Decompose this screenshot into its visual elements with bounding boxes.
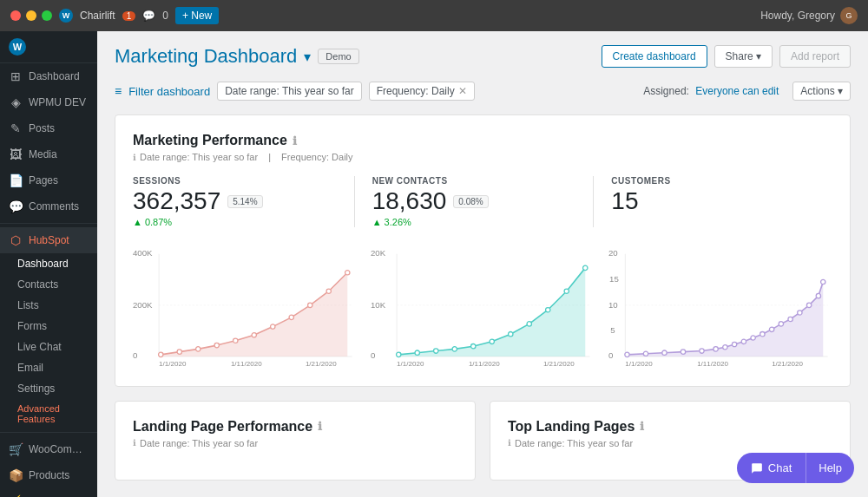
sessions-value: 362,357 [133, 189, 220, 213]
media-icon: 🖼 [9, 147, 23, 161]
date-filter-tag[interactable]: Date range: This year so far [217, 82, 362, 101]
contacts-chart: 20K 10K 0 [371, 245, 595, 369]
svg-point-31 [452, 347, 457, 351]
share-button[interactable]: Share ▾ [714, 45, 773, 68]
chat-button[interactable]: Chat [737, 453, 806, 483]
chat-widget: Chat Help [737, 453, 854, 483]
svg-point-58 [732, 342, 736, 346]
metric-divider-1 [354, 176, 355, 227]
landing-info-icon: ℹ [318, 420, 322, 433]
freq-filter-close[interactable]: ✕ [458, 85, 467, 97]
forms-label: Forms [17, 320, 47, 332]
info-icon-sm: ℹ [133, 153, 136, 162]
sidebar-item-pages[interactable]: 📄 Pages [0, 167, 97, 193]
howdy-label: Howdy, Gregory [760, 10, 835, 22]
assigned-label: Assigned: Everyone can edit [643, 85, 779, 97]
sidebar-item-posts[interactable]: ✎ Posts [0, 115, 97, 141]
title-dropdown-arrow[interactable]: ▾ [304, 49, 311, 65]
metric-divider-2 [593, 176, 594, 227]
sidebar-item-lists[interactable]: Lists [0, 295, 97, 316]
sidebar-item-livechat[interactable]: Live Chat [0, 337, 97, 357]
sidebar-item-label: WooCommerce [29, 443, 89, 455]
svg-text:1/1/2020: 1/1/2020 [625, 360, 653, 366]
contacts-metric: NEW CONTACTS 18,630 0.08% ▲ 3.26% [372, 176, 594, 227]
sidebar-item-email[interactable]: Email [0, 357, 97, 378]
card-subtitle: ℹ Date range: This year so far | Frequen… [133, 152, 832, 162]
traffic-lights [10, 10, 52, 21]
landing-title-text: Landing Page Performance [133, 419, 312, 435]
sidebar-item-settings[interactable]: Settings [0, 378, 97, 399]
svg-text:15: 15 [609, 274, 619, 284]
new-button[interactable]: + New [175, 7, 219, 24]
maximize-button[interactable] [42, 10, 52, 21]
svg-point-66 [806, 303, 811, 307]
svg-point-65 [798, 311, 802, 315]
svg-point-28 [397, 352, 401, 356]
svg-text:1/1/2020: 1/1/2020 [159, 360, 187, 366]
add-report-button[interactable]: Add report [779, 45, 851, 68]
livechat-label: Live Chat [17, 341, 62, 353]
customers-value: 15 [611, 189, 638, 213]
customers-label: CUSTOMERS [611, 176, 815, 186]
sidebar-item-wpmu[interactable]: ◈ WPMU DEV [0, 89, 97, 115]
actions-button[interactable]: Actions ▾ [792, 82, 851, 101]
sidebar-item-label: Dashboard [29, 70, 80, 82]
sidebar-item-advanced[interactable]: Advanced Features [0, 399, 97, 428]
lists-label: Lists [17, 299, 39, 311]
svg-text:1/21/2020: 1/21/2020 [772, 360, 803, 366]
help-button[interactable]: Help [806, 453, 854, 483]
site-name: Chairlift [80, 10, 115, 22]
create-dashboard-button[interactable]: Create dashboard [602, 45, 707, 68]
freq-filter-tag[interactable]: Frequency: Daily ✕ [369, 82, 475, 101]
sidebar-item-products[interactable]: 📦 Products [0, 462, 97, 488]
svg-text:1/11/2020: 1/11/2020 [469, 360, 500, 366]
customers-metric: CUSTOMERS 15 [611, 176, 832, 213]
contacts-badge: 0.08% [453, 195, 488, 208]
sessions-pct: ▲ 0.87% [133, 217, 337, 227]
filter-label[interactable]: Filter dashboard [128, 85, 210, 98]
freq-filter-label: Frequency: Daily [377, 85, 455, 97]
svg-point-12 [252, 333, 256, 337]
svg-text:200K: 200K [133, 300, 153, 310]
sidebar-item-sub-dashboard[interactable]: Dashboard [0, 253, 97, 274]
dashboard-header: Marketing Dashboard ▾ Demo Create dashbo… [115, 45, 851, 68]
sidebar-item-dashboard[interactable]: ⊞ Dashboard [0, 63, 97, 89]
sidebar-item-media[interactable]: 🖼 Media [0, 141, 97, 167]
svg-point-52 [643, 351, 648, 356]
svg-text:0: 0 [133, 350, 137, 360]
svg-point-64 [788, 317, 792, 321]
minimize-button[interactable] [26, 10, 36, 21]
sidebar-item-woocommerce[interactable]: 🛒 WooCommerce [0, 436, 97, 462]
svg-point-11 [233, 338, 238, 343]
top-landing-title-text: Top Landing Pages [508, 419, 635, 435]
svg-text:10K: 10K [371, 300, 386, 310]
wp-icon: W [59, 9, 73, 23]
svg-point-8 [177, 350, 181, 354]
sessions-label: SESSIONS [133, 176, 337, 186]
sidebar-item-elementor[interactable]: ⚡ Elementor [0, 488, 97, 497]
sessions-metric: SESSIONS 362,357 5.14% ▲ 0.87% [133, 176, 354, 227]
svg-point-53 [662, 350, 667, 355]
sidebar-item-forms[interactable]: Forms [0, 316, 97, 337]
sidebar-item-hubspot[interactable]: ⬡ HubSpot [0, 227, 97, 253]
wp-logo-icon: W [9, 38, 26, 56]
customers-chart: 20 10 0 15 5 [608, 245, 832, 369]
svg-text:0: 0 [608, 350, 613, 360]
top-landing-date-range: Date range: This year so far [515, 438, 633, 448]
settings-label: Settings [17, 383, 55, 395]
svg-point-36 [546, 308, 550, 312]
close-button[interactable] [10, 10, 21, 21]
wpmu-icon: ◈ [9, 95, 23, 109]
sidebar-item-comments[interactable]: 💬 Comments [0, 193, 97, 219]
comment-icon: 💬 [142, 10, 155, 22]
sidebar-item-contacts[interactable]: Contacts [0, 274, 97, 295]
date-range-text: Date range: This year so far [140, 152, 258, 162]
info-icon-sm: ℹ [133, 438, 136, 448]
title-bar-content: W Chairlift 1 💬 0 + New [59, 7, 219, 24]
svg-text:10: 10 [608, 300, 618, 310]
svg-text:0: 0 [371, 350, 375, 360]
contacts-chart-svg: 20K 10K 0 [371, 245, 595, 366]
everyone-link[interactable]: Everyone can edit [695, 85, 779, 97]
assigned-text: Assigned: [643, 85, 689, 97]
avatar: G [840, 7, 858, 24]
